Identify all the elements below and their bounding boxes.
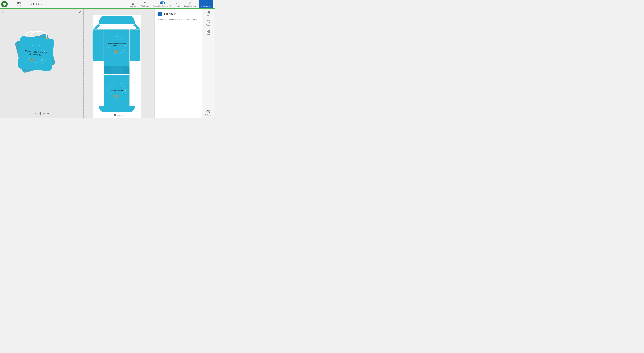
pages-label: Pages [40, 4, 44, 5]
zoom-label: Zoom [17, 5, 21, 6]
hints-button[interactable]: Hints [174, 0, 182, 8]
zoom-minus-button[interactable]: − [12, 2, 16, 6]
svg-point-44 [107, 37, 108, 38]
svg-point-46 [107, 82, 108, 83]
svg-rect-53 [208, 32, 210, 33]
toolbar: − 25% Zoom + < 1 / 2 > Pages T [0, 0, 214, 8]
svg-point-9 [206, 3, 206, 4]
placeholder-toggle [160, 2, 165, 5]
edit-panel-title: Edit item [164, 13, 176, 16]
bag-3d-preview: TRANSFORMING YOUR BUSINESS ... [15, 28, 58, 75]
edit-panel: Edit item Select an item in the editor o… [154, 9, 202, 118]
svg-point-45 [134, 37, 134, 38]
nav-minus-button[interactable]: − [43, 112, 45, 115]
expand-left-button[interactable] [2, 11, 5, 14]
sidebar-settings-label: Settings [205, 114, 211, 116]
svg-point-30 [116, 51, 116, 52]
svg-text:BUSINESS ...: BUSINESS ... [112, 45, 122, 47]
svg-point-42 [116, 96, 116, 96]
svg-rect-51 [208, 30, 210, 31]
svg-rect-33 [104, 66, 111, 74]
preview-area: TRANSFORMING YOUR BUSINESS ... > >| − + [0, 9, 84, 118]
printformer-logo: P printformer [114, 114, 124, 117]
edit-panel-header: Edit item [158, 12, 199, 16]
chevron-collapse-button[interactable] [158, 12, 162, 16]
page-total: 2 [36, 3, 37, 5]
nav-plus-button[interactable]: + [47, 112, 49, 115]
image-placeholder-button[interactable]: Image placeholder on/off [151, 0, 174, 8]
hints-label: Hints [176, 5, 180, 7]
page-separator: / [35, 3, 36, 5]
to-preview-label: to the preview [201, 5, 211, 7]
sidebar-pages-panel[interactable]: Pages [202, 18, 214, 28]
svg-rect-35 [110, 66, 123, 74]
to-preview-button[interactable]: to the preview [199, 0, 214, 8]
svg-rect-52 [207, 32, 208, 33]
svg-rect-3 [132, 4, 134, 5]
editor-area: TRANSFORMING YOUR BUSINESS ... [84, 9, 154, 118]
sidebar-pages-label: Pages [206, 24, 210, 26]
edit-panel-description: Select an item in the editor or add one … [158, 18, 199, 21]
nav-chevron-right-button[interactable]: > [34, 112, 36, 115]
toolbar-right: T Add text Add image Image placeholder o… [128, 0, 214, 8]
app-logo [1, 1, 8, 7]
sidebar-settings-panel[interactable]: Settings [202, 108, 214, 118]
page-next-button[interactable]: > [38, 3, 40, 6]
svg-point-47 [134, 82, 134, 83]
zoom-value: 25% [17, 2, 21, 4]
page-current: 1 [33, 3, 34, 5]
add-text-button[interactable]: T Add text [128, 0, 138, 8]
sidebar-edit-label: Edit [207, 15, 210, 16]
svg-rect-1 [132, 3, 134, 4]
svg-rect-2 [132, 4, 134, 4]
page-prev-button[interactable]: < [31, 3, 32, 6]
svg-rect-34 [123, 66, 130, 74]
sidebar-edit-panel[interactable]: Edit [202, 9, 214, 18]
svg-text:TRANSFORMING YOUR: TRANSFORMING YOUR [108, 43, 126, 44]
back-to-shop-label: back to the shop [184, 5, 196, 7]
expand-right-button[interactable] [79, 11, 82, 14]
main-content: TRANSFORMING YOUR BUSINESS ... > >| − + [0, 9, 214, 118]
svg-text:"INTO SUCCESS": "INTO SUCCESS" [110, 90, 124, 92]
add-image-label: Add image [141, 5, 149, 7]
svg-rect-32 [130, 30, 140, 61]
bottom-navigation: > >| − + [34, 112, 49, 115]
svg-point-54 [208, 111, 209, 112]
flat-box-preview: TRANSFORMING YOUR BUSINESS ... [92, 15, 141, 118]
zoom-plus-button[interactable]: + [22, 2, 26, 6]
right-sidebar: Edit Pages Forms Settings [202, 9, 214, 118]
nav-chevron-right-end-button[interactable]: >| [38, 112, 41, 115]
sidebar-forms-label: Forms [206, 34, 210, 36]
svg-point-4 [145, 2, 146, 3]
svg-rect-50 [207, 30, 208, 31]
svg-text:P: P [114, 115, 115, 116]
image-placeholder-label: Image placeholder on/off [154, 5, 171, 7]
zoom-section: − 25% Zoom + [10, 0, 28, 8]
svg-rect-22 [93, 30, 104, 61]
pages-section: < 1 / 2 > Pages [28, 0, 47, 8]
sidebar-forms-panel[interactable]: Forms [202, 28, 214, 38]
back-to-shop-button[interactable]: back to the shop [182, 0, 199, 8]
add-image-button[interactable]: Add image [138, 0, 151, 8]
